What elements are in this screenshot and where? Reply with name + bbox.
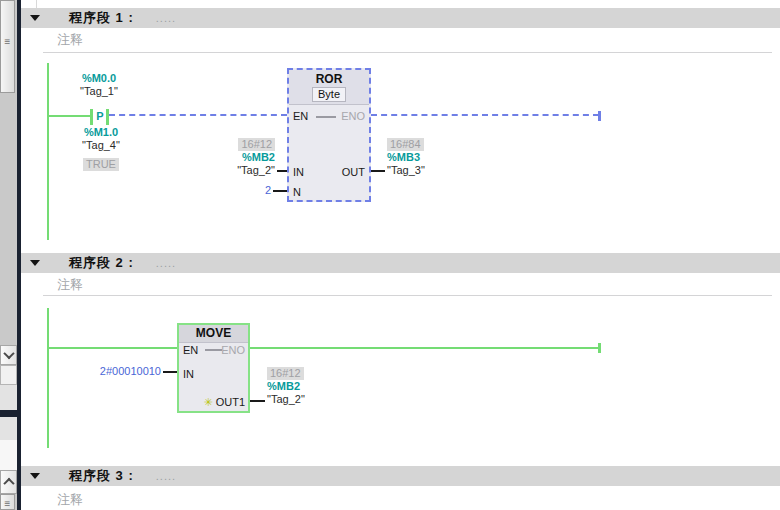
contact-tag[interactable]: "Tag_1" xyxy=(54,85,144,98)
scrollbar-gap xyxy=(0,440,17,470)
add-output-star-icon[interactable]: ✳ xyxy=(203,396,212,408)
network-3-title: 程序段 3 : xyxy=(69,467,134,485)
comment-separator xyxy=(43,295,772,296)
pin-in: IN xyxy=(183,368,194,380)
p-contact-group[interactable]: %M0.0 "Tag_1" P %M1.0 "Tag_4" TRUE xyxy=(84,63,204,183)
network-1-title: 程序段 1 : xyxy=(69,9,134,27)
pin-in: IN xyxy=(293,166,304,178)
out-address[interactable]: %MB3 xyxy=(387,151,467,164)
rung-end-tick xyxy=(598,343,601,353)
collapse-triangle-icon[interactable] xyxy=(30,15,40,21)
out-address[interactable]: %MB2 xyxy=(267,380,347,393)
power-rail xyxy=(47,308,49,448)
data-type-selector[interactable]: Byte xyxy=(312,87,346,102)
in-address[interactable]: %MB2 xyxy=(195,151,275,164)
pin-en: EN xyxy=(293,110,308,122)
contact-p-letter: P xyxy=(93,110,107,122)
ror-block[interactable]: ROR Byte EN ENO IN N OUT xyxy=(287,68,371,202)
pin-out: OUT xyxy=(342,166,365,178)
contact-edge-operand[interactable]: %M1.0 "Tag_4" TRUE xyxy=(56,126,146,171)
network-1-title-placeholder[interactable]: ..... xyxy=(156,12,176,24)
move-out-operand[interactable]: 16#12 %MB2 "Tag_2" xyxy=(267,367,347,406)
edge-tag[interactable]: "Tag_4" xyxy=(56,139,146,152)
splitter-area-bottom xyxy=(0,417,17,440)
move-in-constant[interactable]: 2#00010010 xyxy=(61,365,161,378)
pin-out1: ✳OUT1 xyxy=(203,396,245,409)
ror-n-constant[interactable]: 2 xyxy=(211,184,271,197)
in-monitor-value: 16#12 xyxy=(238,138,275,151)
scroll-up-button[interactable] xyxy=(0,470,17,494)
out-monitor-value: 16#12 xyxy=(267,367,304,380)
contact-address[interactable]: %M0.0 xyxy=(54,72,144,85)
wire-in xyxy=(277,170,287,172)
chevron-up-icon xyxy=(3,478,14,489)
scroll-cut-line xyxy=(36,0,37,8)
pin-en: EN xyxy=(183,344,198,356)
scroll-thumb-grip-icon: ≡ xyxy=(1,37,14,47)
collapse-triangle-icon[interactable] xyxy=(30,473,40,479)
wire-out1 xyxy=(250,400,265,402)
pin-out1-label: OUT1 xyxy=(216,396,245,408)
in-tag[interactable]: "Tag_2" xyxy=(195,164,275,177)
network-2-title-placeholder[interactable]: ..... xyxy=(156,257,176,269)
wire-block-to-end xyxy=(371,114,599,116)
chevron-down-icon xyxy=(3,348,14,359)
network-3-header[interactable]: 程序段 3 : ..... xyxy=(21,466,780,486)
edge-monitor-value: TRUE xyxy=(83,158,119,171)
wire-rail-to-move xyxy=(48,347,177,349)
move-block-title: MOVE xyxy=(179,326,248,340)
comment-separator xyxy=(43,52,772,53)
out-tag[interactable]: "Tag_2" xyxy=(267,393,347,406)
scroll-thumb-bottom[interactable]: ≡ xyxy=(0,494,15,510)
edge-address[interactable]: %M1.0 xyxy=(56,126,146,139)
en-eno-dash xyxy=(316,116,336,118)
en-eno-dash xyxy=(205,349,222,351)
out-monitor-value: 16#84 xyxy=(387,138,424,151)
ror-block-title: ROR xyxy=(289,72,369,86)
rung-end-tick xyxy=(598,111,601,121)
collapse-triangle-icon[interactable] xyxy=(30,260,40,266)
scroll-down-button[interactable] xyxy=(0,345,17,365)
scroll-thumb-grip-icon: ≡ xyxy=(1,499,14,509)
network-2-comment-field[interactable]: 注释 xyxy=(57,276,83,294)
lad-editor-screen: ≡ ≡ 程序段 1 : ..... 注释 %M0.0 "Tag_1" xyxy=(0,0,780,510)
wire-move-to-end xyxy=(250,347,599,349)
network-1-comment-field[interactable]: 注释 xyxy=(57,31,83,49)
wire-n xyxy=(273,190,287,192)
out-tag[interactable]: "Tag_3" xyxy=(387,164,467,177)
network-3-title-placeholder[interactable]: ..... xyxy=(156,470,176,482)
wire-contact-to-block xyxy=(109,114,287,116)
vertical-scrollbar[interactable]: ≡ ≡ xyxy=(0,0,17,510)
network-2-header[interactable]: 程序段 2 : ..... xyxy=(21,253,780,273)
pin-eno: ENO xyxy=(221,344,245,356)
scrollbar-blank-button[interactable] xyxy=(0,365,17,385)
contact-operand[interactable]: %M0.0 "Tag_1" xyxy=(54,72,144,98)
wire-in xyxy=(163,371,177,373)
network-2-title: 程序段 2 : xyxy=(69,254,134,272)
move-block[interactable]: MOVE EN ENO IN ✳OUT1 xyxy=(177,323,250,413)
pin-eno: ENO xyxy=(341,110,365,122)
network-3-comment-field[interactable]: 注释 xyxy=(57,491,83,509)
pane-splitter[interactable] xyxy=(0,410,17,417)
network-1-header[interactable]: 程序段 1 : ..... xyxy=(21,8,780,28)
pin-n: N xyxy=(293,186,301,198)
wire-out xyxy=(371,170,385,172)
scroll-thumb[interactable]: ≡ xyxy=(0,0,15,93)
splitter-area-top xyxy=(0,385,17,410)
ror-out-operand[interactable]: 16#84 %MB3 "Tag_3" xyxy=(387,138,467,177)
ror-in-operand[interactable]: 16#12 %MB2 "Tag_2" xyxy=(195,138,275,177)
power-rail xyxy=(47,63,49,240)
